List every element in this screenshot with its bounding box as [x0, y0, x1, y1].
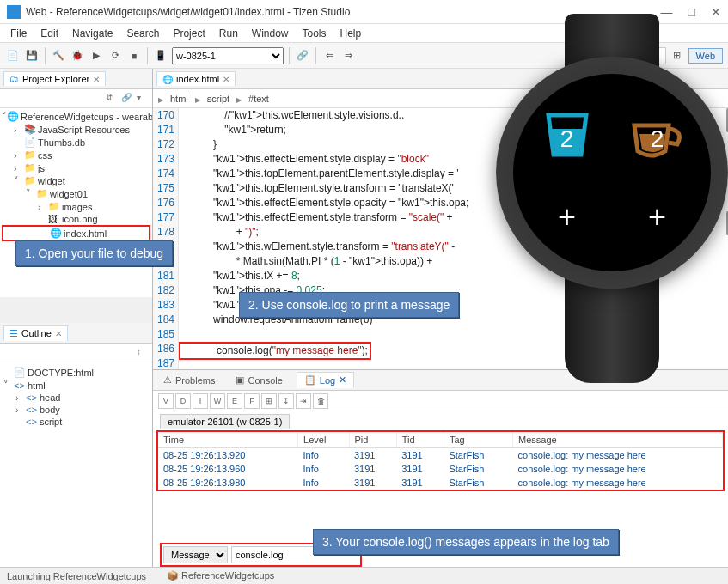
log-row[interactable]: 08-25 19:26:13.960Info31913191StarFishco… — [158, 462, 723, 476]
menu-window[interactable]: Window — [245, 27, 296, 40]
editor-tab-label: index.html — [176, 74, 219, 84]
tree-item[interactable]: ˅📁widget01 — [2, 187, 150, 200]
log-level-i[interactable]: I — [193, 393, 208, 409]
tree-item[interactable]: ›📁images — [2, 200, 150, 213]
connect-icon[interactable]: 🔗 — [295, 48, 310, 64]
tab-problems[interactable]: ⚠Problems — [156, 373, 222, 387]
tree-item[interactable]: ›📁css — [2, 149, 150, 161]
col-tag[interactable]: Tag — [444, 432, 512, 448]
tree-item[interactable]: 🖼icon.png — [2, 213, 150, 225]
view-menu-icon[interactable]: ▾ — [137, 93, 149, 105]
add-coffee-button[interactable]: + — [619, 199, 696, 235]
nav-fwd-icon[interactable]: ⇒ — [340, 48, 356, 64]
outline-item[interactable]: <>script — [3, 416, 149, 428]
profile-icon[interactable]: ⟳ — [107, 48, 123, 64]
outline-item[interactable]: ˅<>html — [3, 379, 149, 392]
log-icon: 📋 — [304, 374, 316, 386]
run-icon[interactable]: ▶ — [89, 48, 104, 64]
link-editor-icon[interactable]: 🔗 — [121, 93, 133, 105]
outline-item[interactable]: ›<>body — [3, 404, 149, 416]
tree-root[interactable]: ˅🌐ReferenceWidgetcups - wearable-2... — [2, 110, 150, 123]
water-cup[interactable]: 2 — [529, 110, 606, 191]
log-scroll-icon[interactable]: ↧ — [278, 393, 294, 409]
menu-edit[interactable]: Edit — [34, 27, 65, 40]
menu-navigate[interactable]: Navigate — [65, 27, 119, 40]
menu-run[interactable]: Run — [212, 27, 245, 40]
target-selector[interactable]: w-0825-1 — [172, 47, 284, 64]
tab-project-explorer[interactable]: 🗂 Project Explorer ✕ — [3, 71, 106, 86]
log-level-f[interactable]: F — [244, 393, 260, 409]
col-level[interactable]: Level — [298, 432, 349, 448]
device-icon[interactable]: 📱 — [153, 48, 168, 64]
log-level-e[interactable]: E — [227, 393, 242, 409]
log-level-w[interactable]: W — [210, 393, 225, 409]
project-explorer-tabs: 🗂 Project Explorer ✕ — [0, 69, 152, 89]
tab-index-html[interactable]: index.html ✕ — [156, 71, 236, 86]
col-message[interactable]: Message — [513, 432, 723, 448]
col-tid[interactable]: Tid — [396, 432, 444, 448]
tree-item[interactable]: ˅📁widget — [2, 174, 150, 187]
coffee-count: 2 — [619, 125, 696, 153]
project-explorer-label: Project Explorer — [22, 74, 89, 84]
outline-item[interactable]: ›<>head — [3, 392, 149, 404]
project-tree[interactable]: ˅🌐ReferenceWidgetcups - wearable-2... ›📚… — [0, 108, 152, 297]
menu-file[interactable]: File — [3, 27, 34, 40]
outline-tree[interactable]: 📄DOCTYPE:html˅<>html›<>head›<>body<>scri… — [0, 362, 152, 567]
outline-label: Outline — [21, 328, 52, 338]
debug-icon[interactable]: 🐞 — [70, 48, 85, 64]
tab-outline[interactable]: ☰ Outline ✕ — [3, 325, 68, 341]
callout-2: 2. Use console.log to print a message — [239, 292, 459, 318]
watch-body: 2 2 + + — [496, 57, 728, 289]
breadcrumb-item[interactable]: #text — [245, 94, 272, 104]
build-icon[interactable]: 🔨 — [51, 48, 66, 64]
menu-project[interactable]: Project — [166, 27, 211, 40]
console-icon: ▣ — [236, 374, 244, 386]
collapse-all-icon[interactable]: ⇵ — [106, 93, 118, 105]
coffee-cup[interactable]: 2 — [619, 110, 696, 191]
log-level-v[interactable]: V — [158, 393, 174, 409]
tree-item[interactable]: ›📁js — [2, 161, 150, 174]
breadcrumb-item[interactable]: script — [204, 94, 233, 104]
chevron-right-icon — [195, 94, 200, 104]
breadcrumb-item[interactable]: html — [167, 94, 192, 104]
callout-3: 3. Your console.log() messages appears i… — [313, 529, 619, 555]
log-toolbar: V D I W E F ⊞ ↧ ⇥ 🗑 — [153, 391, 728, 411]
sort-icon[interactable]: ↕ — [137, 347, 149, 359]
tab-log[interactable]: 📋Log✕ — [297, 372, 354, 388]
save-icon[interactable]: 💾 — [24, 48, 40, 64]
menu-tools[interactable]: Tools — [296, 27, 333, 40]
line-gutter: 170 171 172 173 174 175 176 177 178 179 … — [153, 108, 179, 369]
close-icon[interactable]: ✕ — [223, 75, 229, 84]
log-level-d[interactable]: D — [175, 393, 191, 409]
tree-item[interactable]: 🌐index.html — [2, 225, 150, 241]
tree-item[interactable]: 📄Thumbs.db — [2, 136, 150, 149]
col-time[interactable]: Time — [158, 432, 298, 448]
emulator-tab[interactable]: emulator-26101 (w-0825-1) — [160, 414, 290, 429]
close-icon[interactable]: ✕ — [339, 374, 346, 386]
menu-search[interactable]: Search — [119, 27, 166, 40]
stop-icon[interactable]: ■ — [126, 48, 142, 64]
chevron-right-icon — [158, 94, 163, 104]
tree-toolbar: ⇵ 🔗 ▾ — [0, 89, 152, 108]
log-tool-icon[interactable]: ⊞ — [261, 393, 277, 409]
log-table[interactable]: Time Level Pid Tid Tag Message 08-25 19:… — [153, 430, 728, 543]
close-icon[interactable]: ✕ — [93, 75, 100, 84]
nav-back-icon[interactable]: ⇐ — [321, 48, 337, 64]
tree-item[interactable]: ›📚JavaScript Resources — [2, 123, 150, 136]
new-icon[interactable]: 📄 — [5, 48, 21, 64]
add-water-button[interactable]: + — [529, 199, 606, 235]
status-left: Launching ReferenceWidgetcups — [7, 571, 146, 581]
log-row[interactable]: 08-25 19:26:13.920Info31913191StarFishco… — [158, 448, 723, 463]
log-export-icon[interactable]: ⇥ — [296, 393, 311, 409]
close-icon[interactable]: ✕ — [55, 329, 62, 338]
col-pid[interactable]: Pid — [349, 432, 396, 448]
log-clear-icon[interactable]: 🗑 — [313, 393, 328, 409]
tab-console[interactable]: ▣Console — [229, 373, 289, 387]
emulator-tab-bar: emulator-26101 (w-0825-1) — [153, 411, 728, 430]
menu-help[interactable]: Help — [333, 27, 369, 40]
filter-type-select[interactable]: Message — [163, 546, 228, 563]
folder-icon: 🗂 — [9, 74, 19, 84]
watch-face[interactable]: 2 2 + + — [513, 74, 711, 271]
log-row[interactable]: 08-25 19:26:13.980Info31913191StarFishco… — [158, 476, 723, 490]
outline-item[interactable]: 📄DOCTYPE:html — [3, 366, 149, 379]
